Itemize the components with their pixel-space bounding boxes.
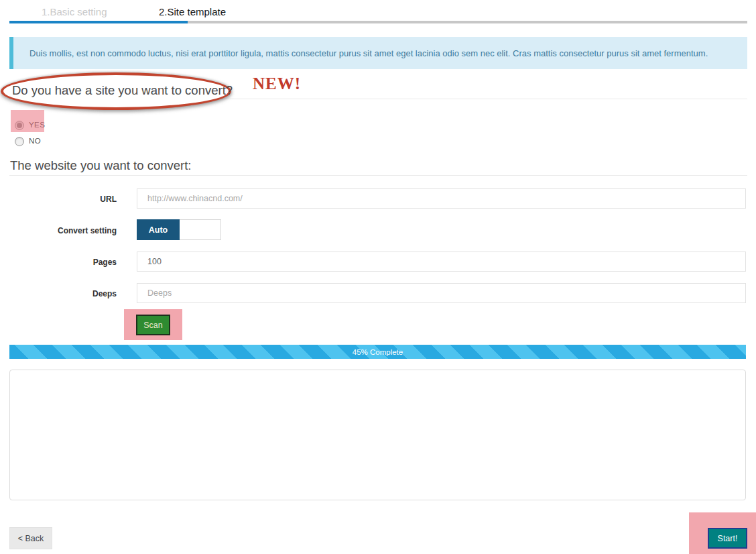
progress-bar: 45% Complete [9, 345, 746, 359]
tab-site-template[interactable]: 2.Site template [159, 6, 226, 17]
pages-input[interactable] [137, 252, 746, 272]
radio-no[interactable] [15, 137, 24, 146]
start-button[interactable]: Start! [708, 528, 747, 549]
deeps-label: Deeps [0, 289, 117, 298]
site-tree-panel: − ✓ Page root ✓ Page 1 ✓ Page 2 − ✓ Page… [9, 370, 746, 500]
radio-no-label[interactable]: NO [29, 137, 41, 145]
url-input[interactable] [137, 188, 746, 209]
tab-progress-indicator [9, 21, 188, 23]
progress-label: 45% Complete [353, 348, 403, 356]
section-heading: The website you want to convert: [10, 158, 191, 173]
convert-setting-toggle[interactable]: Auto [137, 219, 221, 240]
tab-basic-setting[interactable]: 1.Basic setting [42, 6, 107, 17]
pages-label: Pages [0, 258, 117, 267]
yes-highlight-annotation [11, 110, 44, 132]
info-banner: Duis mollis, est non commodo luctus, nis… [9, 37, 747, 69]
convert-setting-label: Convert setting [0, 226, 117, 235]
tab-progress-track [188, 21, 747, 23]
question-heading: Do you have a site you want to convert? [12, 83, 233, 98]
new-badge: NEW! [253, 74, 301, 93]
deeps-input[interactable] [137, 283, 746, 303]
site-convert-wizard: 1.Basic setting 2.Site template Duis mol… [0, 0, 756, 554]
convert-setting-toggle-on[interactable]: Auto [137, 219, 180, 240]
back-button[interactable]: < Back [9, 527, 52, 549]
section-divider [9, 175, 747, 176]
url-label: URL [0, 195, 117, 204]
scan-button[interactable]: Scan [136, 315, 170, 335]
info-banner-text: Duis mollis, est non commodo luctus, nis… [29, 48, 708, 58]
